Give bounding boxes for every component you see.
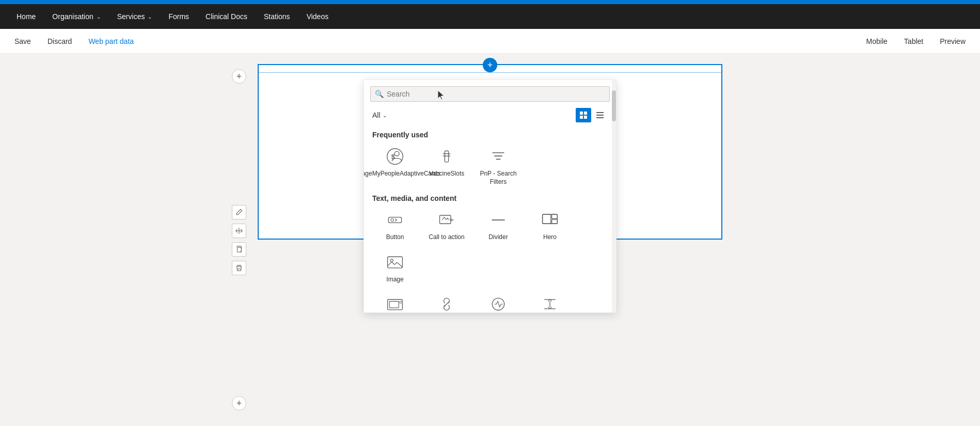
nav-stations[interactable]: Stations bbox=[258, 4, 296, 29]
page-canvas: + bbox=[258, 64, 722, 416]
add-webpart-button[interactable]: + bbox=[483, 58, 497, 72]
svg-line-27 bbox=[445, 302, 449, 307]
preview-button[interactable]: Preview bbox=[936, 35, 970, 48]
copy-section-icon[interactable] bbox=[232, 242, 246, 257]
hero-label: Hero bbox=[543, 233, 557, 242]
spacer-icon bbox=[540, 294, 560, 312]
discard-button[interactable]: Discard bbox=[43, 35, 76, 48]
divider-icon bbox=[488, 210, 509, 230]
move-section-icon[interactable] bbox=[232, 224, 246, 238]
webpart-pnp-search-filters[interactable]: PnP - Search Filters bbox=[473, 142, 523, 190]
svg-rect-7 bbox=[596, 117, 604, 118]
search-box: 🔍 bbox=[370, 86, 610, 102]
nav-clinical-docs[interactable]: Clinical Docs bbox=[199, 4, 254, 29]
svg-rect-21 bbox=[552, 219, 558, 224]
webpart-picker-panel: 🔍 All ⌄ bbox=[363, 80, 617, 313]
nav-home[interactable]: Home bbox=[10, 4, 42, 29]
webpart-hero[interactable]: Hero bbox=[525, 206, 575, 246]
main-content: + bbox=[0, 54, 980, 426]
svg-rect-3 bbox=[580, 116, 583, 119]
svg-rect-19 bbox=[543, 214, 551, 224]
svg-rect-26 bbox=[400, 302, 402, 304]
scrollbar-thumb[interactable] bbox=[612, 90, 616, 121]
filter-all-dropdown[interactable]: All ⌄ bbox=[372, 111, 387, 119]
svg-point-8 bbox=[387, 149, 403, 165]
webpart-image[interactable]: Image bbox=[370, 248, 420, 288]
text-media-content-label: Text, media, and content bbox=[364, 190, 616, 206]
webpart-vaccineslots[interactable]: VaccineSlots bbox=[422, 142, 471, 190]
edit-toolbar-left: Save Discard Web part data bbox=[10, 35, 138, 48]
edit-toolbar: Save Discard Web part data Mobile Tablet… bbox=[0, 29, 980, 54]
add-webpart-icon: + bbox=[487, 60, 493, 71]
list-view-button[interactable] bbox=[592, 108, 608, 122]
site-activity-icon bbox=[488, 294, 509, 312]
call-to-action-icon bbox=[436, 210, 457, 230]
divider-label: Divider bbox=[488, 233, 508, 242]
grid-view-button[interactable] bbox=[576, 108, 591, 122]
nav-organisation[interactable]: Organisation ⌄ bbox=[46, 4, 106, 29]
svg-rect-24 bbox=[388, 299, 403, 310]
web-part-data-button[interactable]: Web part data bbox=[84, 35, 138, 48]
svg-rect-6 bbox=[596, 115, 604, 116]
webpart-divider[interactable]: Divider bbox=[473, 206, 523, 246]
svg-rect-11 bbox=[445, 151, 448, 162]
svg-point-10 bbox=[394, 151, 399, 156]
svg-rect-1 bbox=[580, 112, 583, 115]
webpart-button[interactable]: Button bbox=[370, 206, 420, 246]
nav-bar: Home Organisation ⌄ Services ⌄ Forms Cli… bbox=[0, 4, 980, 29]
text-media-grid: Button Call to action bbox=[364, 206, 616, 288]
call-to-action-label: Call to action bbox=[429, 233, 464, 242]
bottom-row-grid: Embed Link bbox=[364, 290, 616, 312]
link-icon bbox=[436, 294, 457, 312]
search-icon: 🔍 bbox=[375, 90, 384, 98]
section-divider-line bbox=[259, 72, 721, 73]
nav-forms[interactable]: Forms bbox=[162, 4, 195, 29]
webpart-embed[interactable]: Embed bbox=[370, 290, 420, 312]
pnp-filter-label: PnP - Search Filters bbox=[476, 170, 521, 186]
svg-rect-4 bbox=[584, 116, 587, 119]
delete-section-icon[interactable] bbox=[232, 261, 246, 275]
scrollbar-track[interactable] bbox=[612, 80, 616, 312]
panel-scroll-area[interactable]: Frequently used $ bbox=[364, 127, 616, 312]
webpart-spacer[interactable]: Spacer bbox=[525, 290, 575, 312]
save-button[interactable]: Save bbox=[10, 35, 35, 48]
section-container: + 🔍 All ⌄ bbox=[258, 64, 722, 240]
pnp-filter-icon bbox=[488, 146, 509, 167]
add-section-top-icon: + bbox=[236, 71, 242, 82]
section-icons bbox=[232, 205, 246, 275]
add-section-bottom[interactable]: + bbox=[232, 396, 246, 411]
svg-rect-2 bbox=[584, 112, 587, 115]
webpart-managemypeopleadaptivecards[interactable]: $ ManageMyPeopleAdaptiveCards bbox=[370, 142, 420, 190]
filter-row: All ⌄ bbox=[364, 106, 616, 127]
tablet-button[interactable]: Tablet bbox=[900, 35, 927, 48]
webpart-site-activity[interactable]: Site Activity bbox=[473, 290, 523, 312]
edit-toolbar-right: Mobile Tablet Preview bbox=[862, 35, 970, 48]
mobile-button[interactable]: Mobile bbox=[862, 35, 892, 48]
svg-rect-14 bbox=[388, 217, 401, 223]
view-toggle-buttons bbox=[576, 108, 608, 122]
embed-icon bbox=[385, 294, 405, 312]
vaccine-icon bbox=[436, 146, 457, 167]
frequently-used-label: Frequently used bbox=[364, 127, 616, 142]
managemypeople-icon: $ bbox=[385, 146, 405, 167]
top-bar bbox=[0, 0, 980, 4]
image-label: Image bbox=[386, 276, 403, 284]
webpart-call-to-action[interactable]: Call to action bbox=[422, 206, 471, 246]
button-icon bbox=[385, 210, 405, 230]
webpart-link[interactable]: Link bbox=[422, 290, 471, 312]
filter-chevron-icon: ⌄ bbox=[383, 113, 387, 118]
image-icon bbox=[385, 252, 405, 273]
vaccineslots-label: VaccineSlots bbox=[429, 170, 464, 178]
organisation-chevron-icon: ⌄ bbox=[97, 14, 101, 20]
add-section-top[interactable]: + bbox=[232, 69, 246, 84]
hero-icon bbox=[540, 210, 560, 230]
svg-rect-5 bbox=[596, 112, 604, 113]
nav-services[interactable]: Services ⌄ bbox=[111, 4, 159, 29]
edit-section-icon[interactable] bbox=[232, 205, 246, 219]
svg-rect-18 bbox=[543, 214, 558, 224]
svg-rect-16 bbox=[440, 215, 451, 224]
search-input[interactable] bbox=[387, 90, 605, 98]
add-section-bottom-icon: + bbox=[236, 398, 242, 409]
nav-videos[interactable]: Videos bbox=[301, 4, 335, 29]
svg-point-15 bbox=[391, 218, 393, 221]
